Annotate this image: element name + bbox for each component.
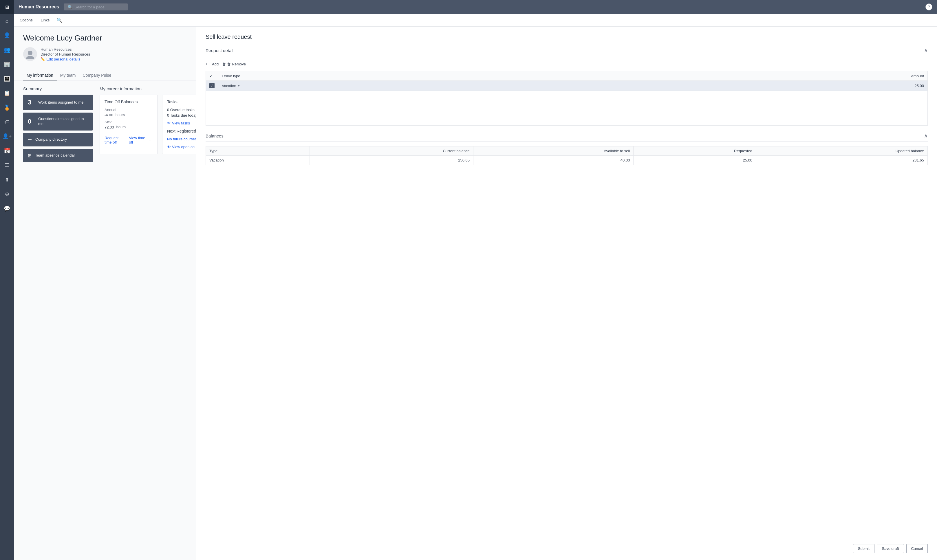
submit-button[interactable]: Submit — [853, 544, 874, 553]
time-off-more-btn[interactable]: ··· — [149, 137, 153, 143]
questionnaires-count: 0 — [28, 118, 35, 125]
nav-team-icon[interactable]: 👥 — [0, 43, 14, 57]
page-content: Summary 3 Work items assigned to me 0 Qu… — [14, 80, 196, 171]
action-bar: + + Add 🗑 🗑 Remove — [206, 61, 928, 68]
work-items-count: 3 — [28, 99, 35, 106]
annual-balance-row: Annual -4.00 hours — [105, 108, 153, 117]
nav-group-icon[interactable]: 👨‍👩‍👧 — [0, 71, 14, 86]
tasks-due-today: 0 Tasks due today — [167, 113, 196, 117]
summary-company-directory[interactable]: ☰ Company directory — [23, 133, 92, 146]
col-check: ✓ — [206, 71, 218, 81]
nav-document-icon[interactable]: 📋 — [0, 86, 14, 100]
row-check-icon: ✓ — [210, 83, 214, 88]
career-section: My career information Time Off Balances … — [100, 86, 196, 165]
request-detail-table: ✓ Leave type Amount ✓ Vacation — [206, 71, 928, 126]
sick-label: Sick — [105, 120, 153, 124]
career-title: My career information — [100, 86, 196, 91]
collapse-balances-btn[interactable]: ∧ — [924, 132, 928, 139]
annual-label: Annual — [105, 108, 153, 112]
row-check-cell[interactable]: ✓ — [206, 81, 218, 91]
request-detail-title: Request detail — [206, 48, 233, 53]
add-row-button[interactable]: + + Add — [206, 61, 219, 68]
nav-people-icon[interactable]: 👤 — [0, 28, 14, 43]
sub-nav: Options Links 🔍 — [14, 14, 937, 27]
collapse-request-btn[interactable]: ∧ — [924, 47, 928, 54]
view-time-off-link[interactable]: View time off — [129, 136, 145, 145]
welcome-title: Welcome Lucy Gardner — [23, 34, 187, 43]
cancel-button[interactable]: Cancel — [906, 544, 928, 553]
eye-courses-icon: 👁 — [167, 145, 171, 149]
career-grid: Time Off Balances Annual -4.00 hours Sic… — [100, 95, 196, 154]
nav-badge-icon[interactable]: 🏷 — [0, 115, 14, 129]
col-amount-header: Amount — [615, 71, 928, 81]
balances-col-requested: Requested — [633, 146, 756, 156]
row-amount[interactable]: 25.00 — [615, 81, 928, 91]
course-title: Next Registered Course — [167, 129, 196, 134]
annual-unit: hours — [116, 112, 125, 117]
search-input[interactable] — [75, 5, 121, 9]
nav-upload-icon[interactable]: ⬆ — [0, 172, 14, 187]
tab-my-information[interactable]: My information — [23, 71, 57, 80]
summary-team-absence[interactable]: ⊞ Team absence calendar — [23, 149, 92, 162]
edit-personal-details-link[interactable]: ✏️ Edit personal details — [40, 57, 90, 62]
nav-chat-icon[interactable]: 💬 — [0, 202, 14, 216]
time-off-links: Request time off View time off ··· — [105, 132, 153, 145]
nav-hierarchy-icon[interactable]: ⊛ — [0, 187, 14, 202]
subnav-options[interactable]: Options — [18, 14, 34, 27]
tasks-card: Tasks 0 Overdue tasks 0 Tasks due today … — [162, 95, 196, 154]
eye-icon: 👁 — [167, 121, 171, 125]
balance-available: 40.00 — [473, 156, 633, 165]
tab-company-pulse[interactable]: Company Pulse — [79, 71, 115, 80]
team-absence-label: Team absence calendar — [35, 153, 75, 158]
user-info: Human Resources Director of Human Resour… — [40, 47, 90, 62]
subnav-links[interactable]: Links — [40, 14, 51, 27]
save-draft-button[interactable]: Save draft — [877, 544, 904, 553]
subnav-search-icon[interactable]: 🔍 — [57, 17, 62, 23]
nav-calendar-icon[interactable]: 📅 — [0, 143, 14, 158]
view-tasks-link[interactable]: 👁 View tasks — [167, 121, 196, 125]
table-row[interactable]: ✓ Vacation ▼ 25.00 — [206, 81, 928, 91]
annual-value: -4.00 — [105, 113, 113, 117]
balances-table: Type Current balance Available to sell R… — [206, 146, 928, 165]
avatar — [23, 47, 37, 61]
row-leave-type[interactable]: Vacation ▼ — [218, 81, 615, 91]
user-job-title: Director of Human Resources — [40, 52, 90, 57]
summary-title: Summary — [23, 86, 92, 91]
left-nav: ⊞ ⌂ 👤 👥 🏢 👨‍👩‍👧 📋 🏅 🏷 👤+ 📅 ☰ ⬆ ⊛ 💬 — [0, 0, 14, 560]
request-time-off-link[interactable]: Request time off — [105, 136, 125, 145]
nav-org-icon[interactable]: 🏢 — [0, 57, 14, 71]
time-off-title: Time Off Balances — [105, 100, 153, 104]
search-box[interactable]: 🔍 — [64, 3, 128, 11]
balance-current: 256.65 — [310, 156, 473, 165]
search-icon: 🔍 — [68, 5, 72, 9]
view-courses-link[interactable]: 👁 View open courses — [167, 145, 196, 149]
balance-row: Vacation 256.65 40.00 25.00 231.65 — [206, 156, 928, 165]
check-all-icon[interactable]: ✓ — [210, 74, 213, 78]
nav-list-icon[interactable]: ☰ — [0, 158, 14, 172]
work-items-label: Work items assigned to me — [38, 100, 84, 105]
bottom-actions: Submit Save draft Cancel — [853, 544, 928, 553]
nav-app-icon[interactable]: ⊞ — [0, 0, 14, 14]
nav-award-icon[interactable]: 🏅 — [0, 100, 14, 115]
nav-add-person-icon[interactable]: 👤+ — [0, 129, 14, 143]
panel-title: Sell leave request — [206, 34, 928, 40]
no-courses-label[interactable]: No future courses scheduled — [167, 137, 196, 141]
summary-work-items[interactable]: 3 Work items assigned to me — [23, 95, 92, 110]
remove-row-button[interactable]: 🗑 🗑 Remove — [222, 61, 246, 68]
balance-requested: 25.00 — [633, 156, 756, 165]
balance-type: Vacation — [206, 156, 310, 165]
balances-title: Balances — [206, 134, 223, 138]
user-profile: Human Resources Director of Human Resour… — [23, 47, 187, 62]
balance-updated: 231.65 — [756, 156, 928, 165]
tabs: My information My team Company Pulse — [14, 71, 196, 80]
tab-my-team[interactable]: My team — [57, 71, 79, 80]
left-panel: Welcome Lucy Gardner Human Resources Dir… — [14, 27, 196, 560]
summary-questionnaires[interactable]: 0 Questionnaires assigned to me — [23, 112, 92, 131]
svg-point-0 — [28, 51, 32, 55]
balances-col-available: Available to sell — [473, 146, 633, 156]
nav-home-icon[interactable]: ⌂ — [0, 14, 14, 28]
team-absence-icon: ⊞ — [28, 153, 32, 158]
sick-value: 72.00 — [105, 125, 114, 129]
balances-col-updated: Updated balance — [756, 146, 928, 156]
summary-section: Summary 3 Work items assigned to me 0 Qu… — [23, 86, 92, 165]
